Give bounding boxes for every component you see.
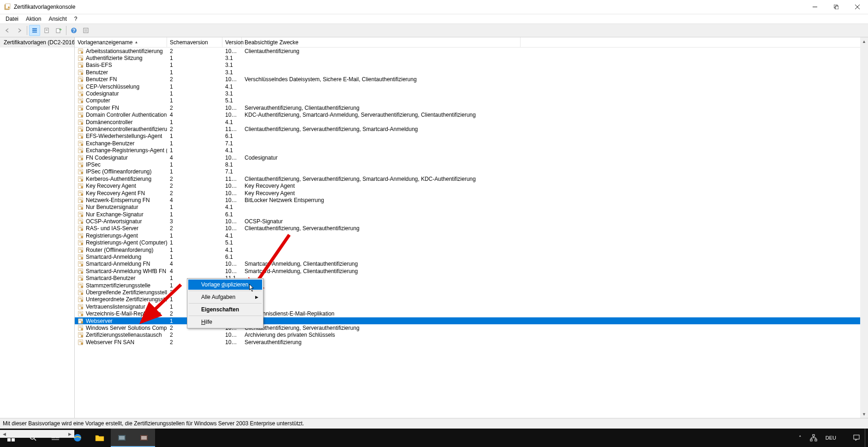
table-row[interactable]: Key Recovery Agent2105.0Key Recovery Age… [75,182,860,189]
row-version: 101.5 [222,197,242,203]
table-row[interactable]: Kerberos-Authentifizierung2110.1Clientau… [75,175,860,182]
minimize-button[interactable] [804,0,826,14]
scroll-up-button[interactable]: ▲ [860,37,868,45]
svg-point-160 [81,292,83,294]
table-row[interactable]: Arbeitsstationsauthentifizierung2101.0Cl… [75,48,860,54]
row-name: FN Codesignatur [86,155,128,161]
maximize-button[interactable] [826,0,847,14]
taskbar-app-1[interactable] [111,429,133,447]
template-list[interactable]: Arbeitsstationsauthentifizierung2101.0Cl… [75,48,860,418]
menu-action[interactable]: Aktion [22,15,45,23]
table-row[interactable]: Registrierungs-Agent (Computer)15.1 [75,239,860,246]
table-row[interactable]: RAS- und IAS-Server2101.0Clientauthentif… [75,225,860,232]
table-row[interactable]: Netzwerk-Entsperrung FN4101.5BitLocker N… [75,197,860,203]
row-version: 3.1 [222,55,242,61]
tray-up-icon[interactable]: ˄ [795,429,805,447]
tree-scroll-left[interactable]: ◀ [0,430,8,438]
back-button[interactable] [2,25,13,36]
table-row[interactable]: Computer15.1 [75,97,860,104]
table-row[interactable]: Smartcard-Anmeldung16.1 [75,253,860,260]
table-row[interactable]: Registrierungs-Agent14.1 [75,232,860,239]
table-row[interactable]: Codesignatur13.1 [75,90,860,97]
list-pane: Vorlagenanzeigename▲ Schemaversion Versi… [75,37,860,418]
menu-help[interactable]: ? [71,15,81,23]
table-row[interactable]: IPSec (Offlineanforderung)17.1 [75,168,860,175]
row-schema: 1 [167,133,222,139]
table-row[interactable]: Domänencontrollerauthentifizierung2112.1… [75,125,860,132]
row-name: Key Recovery Agent FN [86,190,145,197]
vertical-scrollbar[interactable]: ▲ ▼ [860,37,868,418]
table-row[interactable]: Domänencontroller14.1 [75,119,860,125]
properties-button[interactable] [41,25,52,36]
table-row[interactable]: Smartcard-Anmeldung FN4100.6Smartcard-An… [75,261,860,268]
table-row[interactable]: Domain Controller Authentication (Kerbe.… [75,112,860,119]
close-button[interactable] [847,0,868,14]
scroll-down-button[interactable]: ▼ [860,410,868,418]
tree-horizontal-scrollbar[interactable]: ◀ ▶ [0,430,74,438]
tray-language[interactable]: DEU [822,429,840,447]
tray-clock[interactable] [841,429,848,447]
svg-rect-9 [32,30,37,31]
table-row[interactable]: IPSec18.1 [75,161,860,168]
table-row[interactable]: Zertifizierungsstellenaustausch2106.0Arc… [75,332,860,339]
table-row[interactable]: Basis-EFS13.1 [75,62,860,69]
table-row[interactable]: Key Recovery Agent FN2100.1Key Recovery … [75,190,860,197]
table-row[interactable]: Benutzer FN2101.1Verschlüsselndes Dateis… [75,76,860,83]
tray-network-icon[interactable] [806,429,821,447]
help-button[interactable]: ? [68,25,79,36]
forward-button[interactable] [14,25,25,36]
table-row[interactable]: Nur Benutzersignatur14.1 [75,204,860,211]
col-version[interactable]: Version [222,37,242,47]
row-name: Windows Server Solutions Computer Cer... [86,325,167,331]
table-row[interactable]: EFS-Wiederherstellungs-Agent16.1 [75,133,860,140]
taskbar-app-2[interactable] [133,429,155,447]
table-row[interactable]: Benutzer13.1 [75,69,860,76]
export-button[interactable] [53,25,64,36]
svg-point-116 [81,215,83,216]
table-row[interactable]: Nur Exchange-Signatur16.1 [75,211,860,218]
refresh-button[interactable] [80,25,91,36]
svg-point-168 [81,307,83,309]
tray-notifications-icon[interactable] [849,429,864,447]
row-schema: 1 [167,90,222,97]
row-version: 101.0 [222,48,242,54]
row-version: 3.1 [222,69,242,76]
table-row[interactable]: OCSP-Antwortsignatur3101.0OCSP-Signatur [75,218,860,225]
show-desktop-button[interactable] [865,429,868,447]
svg-rect-208 [815,439,817,441]
table-row[interactable]: Authentifizierte Sitzung13.1 [75,54,860,61]
ctx-properties[interactable]: Eigenschaften [188,304,262,315]
svg-point-112 [81,208,83,209]
table-row[interactable]: Webserver FN SAN2100.5Serverauthentifizi… [75,339,860,346]
row-name: Smartcard-Anmeldung [86,254,141,260]
table-row[interactable]: FN Codesignatur4100.2Codesignatur [75,154,860,161]
taskbar-explorer[interactable] [89,429,111,447]
table-row[interactable]: Computer FN2101.0Serverauthentifizierung… [75,104,860,111]
ctx-help[interactable]: Hilfe [188,317,262,327]
details-view-button[interactable] [29,25,40,36]
table-row[interactable]: Exchange-Benutzer17.1 [75,140,860,147]
svg-rect-207 [810,439,812,441]
col-purpose[interactable]: Beabsichtigte Zwecke [242,37,521,47]
row-version: 7.1 [222,168,242,175]
col-name[interactable]: Vorlagenanzeigename▲ [75,37,167,47]
row-version: 106.0 [222,332,242,338]
row-schema: 1 [167,83,222,90]
table-row[interactable]: Exchange-Registrierungs-Agent (Offlinea.… [75,147,860,154]
tree-scroll-right[interactable]: ▶ [66,430,74,438]
table-row[interactable]: Smartcard-Anmeldung WHfB FN4101.4Smartca… [75,268,860,274]
col-schema[interactable]: Schemaversion [167,37,222,47]
svg-rect-206 [813,435,814,436]
menu-file[interactable]: Datei [2,15,22,23]
ctx-all-tasks[interactable]: Alle Aufgaben▶ [188,292,262,302]
row-purpose: Clientauthentifizierung, Serverauthentif… [242,126,860,132]
table-row[interactable]: CEP-Verschlüsselung14.1 [75,83,860,90]
scroll-track[interactable] [860,45,868,410]
svg-point-164 [81,300,83,302]
row-version: 100.2 [222,155,242,161]
table-row[interactable]: Router (Offlineanforderung)14.1 [75,246,860,253]
menu-view[interactable]: Ansicht [45,15,70,23]
tree-item-templates[interactable]: Zertifikatvorlagen (DC2-2016.AD [0,37,74,48]
row-schema: 2 [167,332,222,338]
svg-point-60 [81,115,83,117]
